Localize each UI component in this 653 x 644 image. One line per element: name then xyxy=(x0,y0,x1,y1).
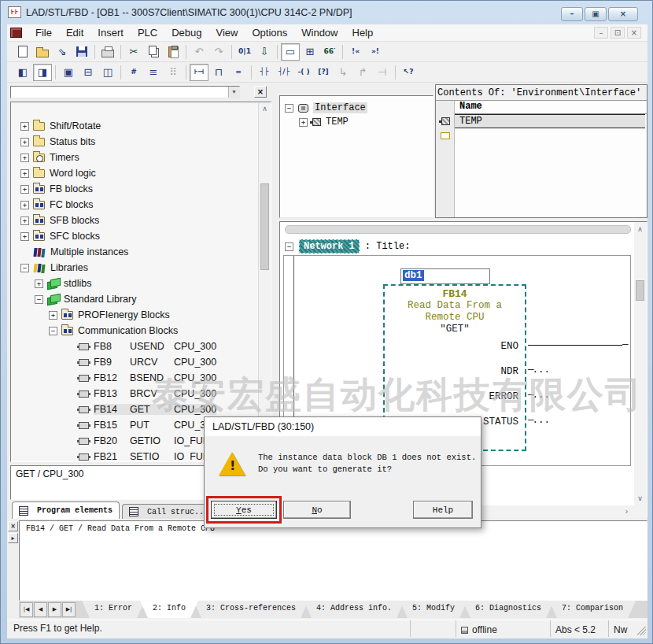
tree-item-stdlibs[interactable]: + stdlibs xyxy=(11,276,271,291)
tree-item-fb13[interactable]: FB13 BRCV CPU_300 xyxy=(11,386,271,402)
output-detach-button[interactable]: ▸ xyxy=(8,533,18,543)
tree-item-sfc-blocks[interactable]: + SFC blocks xyxy=(11,228,271,244)
separator[interactable] xyxy=(340,43,345,61)
separator[interactable] xyxy=(92,43,98,61)
expander-icon[interactable]: + xyxy=(20,185,29,194)
scroll-up-icon[interactable]: ∧ xyxy=(634,224,646,235)
expander-icon[interactable]: + xyxy=(20,154,29,162)
tree-item-fb12[interactable]: FB12 BSEND CPU_300 xyxy=(11,370,271,386)
block-filter-combobox[interactable]: ▾ xyxy=(10,86,240,98)
mdi-restore-button[interactable]: ⊡ xyxy=(611,27,625,39)
separator[interactable] xyxy=(393,64,398,81)
db-instance-field[interactable]: db1 xyxy=(400,268,490,284)
network-expander-icon[interactable]: − xyxy=(285,242,293,251)
first-tab-icon[interactable]: |◀ xyxy=(20,602,33,617)
yes-button[interactable]: Yes xyxy=(211,501,277,519)
output-close-button[interactable]: × xyxy=(8,521,18,531)
separator[interactable] xyxy=(275,43,280,61)
cut-button[interactable]: ✂ xyxy=(124,43,143,61)
menu-debug[interactable]: Debug xyxy=(164,25,208,40)
tile-vertical-button[interactable]: ◫ xyxy=(98,64,117,81)
mdi-close-button[interactable]: × xyxy=(627,27,641,39)
tree-item-multiple-instances[interactable]: Multiple instances xyxy=(11,244,271,260)
prev-tab-icon[interactable]: ◀ xyxy=(34,602,47,617)
layout-overview-button[interactable]: ◧ xyxy=(13,64,32,81)
scroll-up-icon[interactable]: ∧ xyxy=(259,103,271,115)
undo-button[interactable]: ↶ xyxy=(190,43,208,61)
help-cursor-button[interactable]: ↖? xyxy=(399,64,418,81)
interface-root-row[interactable]: − Interface xyxy=(280,101,433,115)
menu-options[interactable]: Options xyxy=(245,25,294,40)
tree-item-fb14[interactable]: FB14 GET CPU_300 xyxy=(11,402,271,417)
tree-item-shift-rotate[interactable]: + Shift/Rotate xyxy=(11,118,271,134)
contents-row-temp[interactable]: TEMP xyxy=(455,114,645,128)
separator[interactable] xyxy=(229,43,234,61)
overview-close-button[interactable]: × xyxy=(254,86,267,98)
open-button[interactable] xyxy=(33,43,52,61)
output-error[interactable]: ... xyxy=(528,383,630,408)
mdi-minimize-button[interactable]: – xyxy=(594,27,608,39)
monitor-01-button[interactable]: 0|1 xyxy=(235,43,254,61)
expander-icon[interactable]: + xyxy=(20,232,29,241)
menu-file[interactable]: File xyxy=(28,25,59,40)
scroll-down-icon[interactable]: ∨ xyxy=(634,493,646,505)
menu-insert[interactable]: Insert xyxy=(90,25,131,40)
menu-plc[interactable]: PLC xyxy=(131,25,164,40)
tab-comparison[interactable]: 7: Comparison xyxy=(549,601,636,618)
network-vscrollbar[interactable]: ∧ ∨ xyxy=(634,222,647,518)
expander-icon[interactable]: + xyxy=(299,118,308,127)
minimize-button[interactable]: – xyxy=(561,7,583,21)
interface-temp-row[interactable]: + TEMP xyxy=(280,115,433,129)
tree-item-standard-library[interactable]: − Standard Library xyxy=(11,291,271,307)
tree-scrollbar[interactable]: ∧ ∨ xyxy=(258,103,271,462)
expander-icon[interactable]: − xyxy=(49,327,57,335)
menu-view[interactable]: View xyxy=(208,25,245,40)
tab-modify[interactable]: 5: Modify xyxy=(400,601,467,618)
prev-error-button[interactable]: !« xyxy=(346,43,365,61)
separator[interactable] xyxy=(53,64,58,81)
tree-item-libraries[interactable]: − Libraries xyxy=(11,260,271,276)
comment-strip[interactable] xyxy=(285,225,631,234)
expander-icon[interactable]: + xyxy=(20,217,29,225)
paste-button[interactable] xyxy=(164,43,183,61)
no-button[interactable]: No xyxy=(283,501,351,519)
separator[interactable] xyxy=(118,43,124,61)
contact-nc-button[interactable]: ┤/├ xyxy=(275,64,293,81)
menu-help[interactable]: Help xyxy=(345,25,381,40)
scrollbar-thumb[interactable] xyxy=(636,280,644,301)
layout-detail-button[interactable]: ◨ xyxy=(33,64,52,81)
symbol-selection-button[interactable]: ⠿ xyxy=(164,64,183,81)
tab-cross-references[interactable]: 3: Cross-references xyxy=(194,601,308,618)
scrollbar-thumb[interactable] xyxy=(260,183,269,270)
expander-icon[interactable]: − xyxy=(285,104,293,113)
stl-view-button[interactable]: = xyxy=(229,64,248,81)
next-error-button[interactable]: »! xyxy=(366,43,385,61)
tree-item-fb8[interactable]: FB8 USEND CPU_300 xyxy=(11,339,271,354)
open-branch-button[interactable]: ↳ xyxy=(334,64,352,81)
separator[interactable] xyxy=(249,64,254,81)
tab-address-info[interactable]: 4: Address info. xyxy=(304,601,404,618)
network-title-label[interactable]: : Title: xyxy=(365,241,411,252)
menu-window[interactable]: Window xyxy=(294,25,345,40)
chevron-down-icon[interactable]: ▾ xyxy=(228,87,239,98)
network-label[interactable]: Network 1 xyxy=(299,239,360,254)
connector-button[interactable]: ⊣ xyxy=(373,64,392,81)
symbol-list-button[interactable]: ≡ xyxy=(144,64,163,81)
output-status[interactable]: ... xyxy=(528,408,630,433)
next-tab-icon[interactable]: ▶ xyxy=(48,602,61,617)
close-button[interactable]: × xyxy=(608,7,638,21)
empty-box-button[interactable]: [?] xyxy=(314,64,333,81)
tile-horizontal-button[interactable]: ⊟ xyxy=(79,64,98,81)
tree-item-sfb-blocks[interactable]: + SFB blocks xyxy=(11,213,271,228)
expander-icon[interactable]: + xyxy=(49,311,57,320)
tree-item-fb-blocks[interactable]: + FB blocks xyxy=(11,181,271,197)
tab-diagnostics[interactable]: 6: Diagnostics xyxy=(463,601,554,618)
separator[interactable] xyxy=(183,64,189,81)
tab-program-elements[interactable]: Program elements xyxy=(12,502,120,519)
scroll-right-icon[interactable]: › xyxy=(621,505,633,517)
output-ndr[interactable]: ... xyxy=(528,357,630,383)
menu-edit[interactable]: Edit xyxy=(59,25,90,40)
expander-icon[interactable]: + xyxy=(35,279,43,288)
cascade-windows-button[interactable]: ▣ xyxy=(59,64,78,81)
contact-no-button[interactable]: ┤├ xyxy=(255,64,274,81)
